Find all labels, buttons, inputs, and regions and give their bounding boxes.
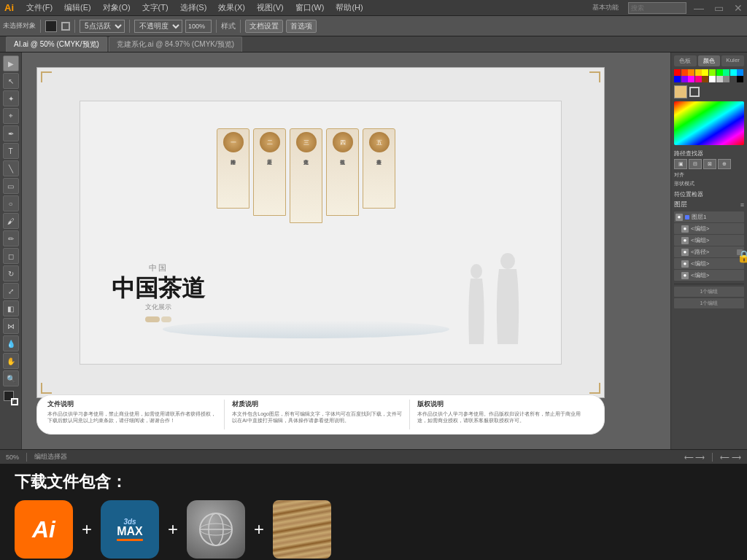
swatch-blue[interactable] (674, 76, 681, 82)
tool-magic-wand[interactable]: ✦ (3, 90, 19, 106)
tool-rotate[interactable]: ↻ (3, 265, 19, 281)
menu-file[interactable]: 文件(F) (24, 2, 55, 13)
swatch-magenta[interactable] (688, 76, 694, 82)
toolbar-separator-5 (240, 20, 241, 33)
layer-item-6[interactable]: ● <编组> (674, 270, 744, 281)
doc-settings-button[interactable]: 文档设置 (245, 20, 283, 33)
silhouette-group (464, 253, 522, 344)
swatch-teal-green[interactable] (723, 69, 729, 76)
layer-lock-4[interactable]: 🔒 (737, 249, 743, 255)
menu-view[interactable]: 视图(V) (255, 2, 286, 13)
tool-pencil[interactable]: ✏ (3, 230, 19, 246)
swatch-sky-blue[interactable] (737, 69, 743, 76)
restore-button[interactable]: ▭ (714, 2, 724, 14)
tool-ellipse[interactable]: ○ (3, 195, 19, 211)
layer-name-6: <编组> (691, 271, 743, 279)
pathfinder-btn-1[interactable]: ▣ (674, 159, 687, 169)
panel-tab-swatches[interactable]: 色板 (674, 55, 697, 66)
tool-gradient[interactable]: ◧ (3, 300, 19, 316)
canvas-area[interactable]: 分钱图网分钱图网分钱图网 中国 中国茶道 文化展示 (22, 52, 670, 449)
layer-eye-5[interactable]: ● (681, 260, 689, 268)
current-stroke-color[interactable] (689, 87, 700, 97)
tool-type[interactable]: T (3, 143, 19, 159)
pathfinder-btn-2[interactable]: ⊟ (689, 159, 702, 169)
layer-eye-1[interactable]: ● (676, 214, 683, 221)
minimize-button[interactable]: — (694, 2, 704, 14)
gradient-picker[interactable] (674, 101, 744, 145)
menu-edit[interactable]: 编辑(E) (62, 2, 93, 13)
tool-name-indicator: 编组选择器 (34, 452, 67, 462)
swatch-cyan[interactable] (730, 69, 737, 76)
tool-line[interactable]: ╲ (3, 160, 19, 176)
menu-help[interactable]: 帮助(H) (333, 2, 365, 13)
swatch-green[interactable] (716, 69, 723, 76)
swatch-bright-yellow[interactable] (702, 69, 708, 76)
tool-eyedropper[interactable]: 💧 (3, 335, 19, 351)
swatch-white[interactable] (709, 76, 716, 82)
swatch-brown[interactable] (702, 76, 708, 82)
swatch-dark-gray[interactable] (730, 76, 737, 82)
panel-tab-color[interactable]: 颜色 (698, 55, 721, 66)
fill-color-swatch[interactable] (45, 20, 57, 32)
layer-item-2[interactable]: ● <编组> (674, 223, 744, 234)
menu-text[interactable]: 文字(T) (140, 2, 171, 13)
swatch-yellow-green[interactable] (709, 69, 716, 76)
tool-scale[interactable]: ⤢ (3, 283, 19, 299)
layer-item-4[interactable]: ● <路径> 🔒 (674, 246, 744, 257)
layer-count-2: 1个编组 (674, 298, 744, 308)
tea-subtitle: 文化展示 (145, 303, 171, 312)
tool-select[interactable]: ▶ (3, 55, 19, 71)
swatch-red[interactable] (674, 69, 681, 76)
menu-window[interactable]: 窗口(W) (293, 2, 327, 13)
tool-lasso[interactable]: ⌖ (3, 108, 19, 124)
layer-eye-4[interactable]: ● (681, 249, 689, 256)
fill-stroke-indicator[interactable] (4, 391, 18, 405)
material-info-section: 材质说明 本文件包含Logo图层，所有可编辑文字，字体均可在百度找到下载，文件可… (232, 400, 409, 429)
swatch-orange[interactable] (688, 69, 694, 76)
close-button[interactable]: ✕ (734, 2, 743, 14)
swatch-gray[interactable] (723, 76, 729, 82)
current-fill-color[interactable] (674, 85, 687, 98)
tab-competition[interactable]: 竞建系化.ai @ 84.97% (CMYK/预览) (109, 36, 242, 52)
swatch-light-gray[interactable] (716, 76, 723, 82)
swatch-yellow[interactable] (695, 69, 702, 76)
swatch-violet[interactable] (681, 76, 688, 82)
panel-tab-kuler[interactable]: Kuler (721, 55, 744, 66)
tool-pen[interactable]: ✒ (3, 125, 19, 141)
tool-zoom[interactable]: 🔍 (3, 370, 19, 386)
stroke-width-select[interactable]: 5点活跃 1点 2点 3点 (80, 20, 125, 33)
tool-blend[interactable]: ⋈ (3, 318, 19, 334)
layer-eye-2[interactable]: ● (681, 225, 689, 233)
tool-hand[interactable]: ✋ (3, 353, 19, 369)
layer-eye-6[interactable]: ● (681, 272, 689, 279)
opacity-input[interactable] (185, 20, 212, 33)
layer-item-3[interactable]: ● <编组> (674, 235, 744, 246)
layers-menu-icon[interactable]: ≡ (740, 201, 744, 209)
status-sep-1 (26, 453, 27, 462)
pathfinder-btn-4[interactable]: ⊕ (718, 159, 731, 169)
scroll-circle-2: 二 (260, 132, 280, 152)
tab-ai[interactable]: AI.ai @ 50% (CMYK/预览) (6, 36, 107, 52)
swatch-orange-red[interactable] (681, 69, 688, 76)
menu-object[interactable]: 对象(O) (101, 2, 133, 13)
search-input[interactable] (628, 2, 686, 14)
opacity-select[interactable]: 不透明度 (134, 20, 182, 33)
stroke-color-swatch[interactable] (61, 22, 70, 31)
layer-eye-3[interactable]: ● (681, 237, 689, 244)
pathfinder-btn-3[interactable]: ⊠ (703, 159, 716, 169)
tool-eraser[interactable]: ◻ (3, 248, 19, 264)
preference-button[interactable]: 首选项 (286, 20, 317, 33)
tool-brush[interactable]: 🖌 (3, 213, 19, 229)
swatch-pink[interactable] (695, 76, 702, 82)
scroll-1: 一 茶道精神 (217, 128, 249, 209)
file-info-title: 文件说明 (47, 400, 218, 409)
swatch-black[interactable] (737, 76, 743, 82)
layer-item-5[interactable]: ● <编组> (674, 258, 744, 269)
status-bar: 50% 编组选择器 ⟵ ⟶ ⟵ ⟶ (0, 449, 747, 464)
layer-item-1[interactable]: ● 图层1 (674, 211, 744, 222)
tool-direct-select[interactable]: ↖ (3, 73, 19, 89)
tool-rect[interactable]: ▭ (3, 178, 19, 194)
no-selection-label: 未选择对象 (3, 21, 36, 31)
menu-select[interactable]: 选择(S) (178, 2, 209, 13)
menu-effect[interactable]: 效果(X) (216, 2, 247, 13)
